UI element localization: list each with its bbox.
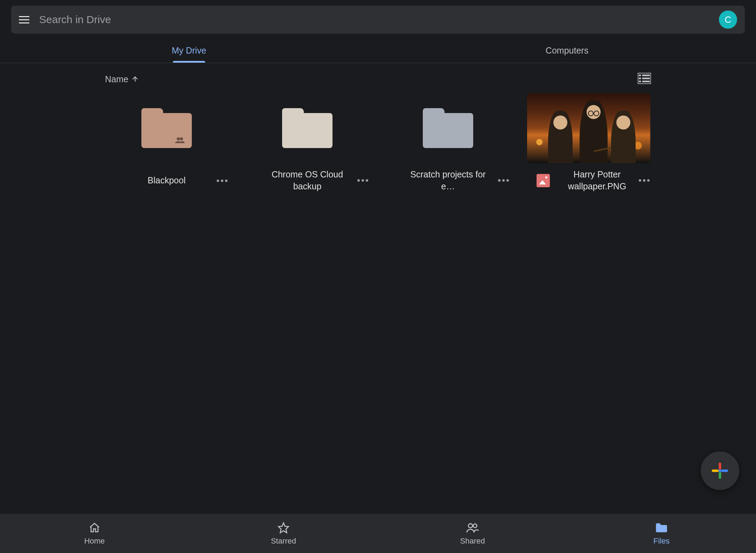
folder-item[interactable]: Blackpool <box>105 93 228 192</box>
svg-rect-1 <box>639 75 641 76</box>
folder-thumbnail <box>386 93 510 163</box>
items-grid: Blackpool Chrome OS Cloud backup <box>105 93 651 192</box>
svg-point-15 <box>468 524 472 528</box>
svg-rect-12 <box>721 470 728 472</box>
image-thumbnail <box>527 93 650 163</box>
more-icon <box>357 179 368 182</box>
nav-label: Shared <box>460 537 485 546</box>
more-icon <box>498 179 509 182</box>
more-icon <box>217 180 227 182</box>
svg-point-7 <box>177 137 180 140</box>
more-options-button[interactable] <box>636 173 652 188</box>
avatar-initial: C <box>725 14 732 25</box>
sort-row: Name <box>105 63 651 93</box>
folder-item[interactable]: Chrome OS Cloud backup <box>246 93 369 192</box>
more-icon <box>639 179 650 182</box>
file-item[interactable]: Harry Potter wallpaper.PNG <box>527 93 650 192</box>
more-options-button[interactable] <box>214 173 230 188</box>
create-fab[interactable] <box>701 451 739 490</box>
svg-rect-5 <box>639 80 641 82</box>
menu-icon[interactable] <box>19 13 31 26</box>
svg-rect-3 <box>639 78 641 79</box>
nav-home[interactable]: Home <box>0 514 189 553</box>
folder-icon <box>655 521 668 534</box>
svg-rect-13 <box>719 470 721 472</box>
star-icon <box>278 521 289 534</box>
folder-icon <box>423 108 473 148</box>
image-file-icon <box>537 174 550 187</box>
item-name: Blackpool <box>148 175 186 187</box>
folder-icon <box>282 108 332 148</box>
svg-rect-6 <box>642 80 650 82</box>
list-view-icon <box>638 73 651 84</box>
shared-icon <box>175 137 185 143</box>
more-options-button[interactable] <box>355 173 370 188</box>
sort-button[interactable]: Name <box>105 74 139 84</box>
nav-files[interactable]: Files <box>567 514 756 553</box>
home-icon <box>89 521 100 534</box>
tab-label: Computers <box>546 46 588 55</box>
item-name: Chrome OS Cloud backup <box>264 169 351 192</box>
svg-marker-14 <box>279 523 288 533</box>
more-options-button[interactable] <box>496 173 511 188</box>
folder-thumbnail <box>105 93 228 163</box>
nav-label: Files <box>653 537 670 546</box>
nav-starred[interactable]: Starred <box>189 514 378 553</box>
folder-icon <box>141 108 192 148</box>
svg-rect-9 <box>719 463 721 470</box>
nav-shared[interactable]: Shared <box>378 514 567 553</box>
nav-label: Home <box>84 537 105 546</box>
tab-label: My Drive <box>172 46 206 55</box>
tab-my-drive[interactable]: My Drive <box>0 38 378 63</box>
plus-icon <box>710 461 730 481</box>
item-label-row: Scratch projects for e… <box>386 169 510 192</box>
item-name: Harry Potter wallpaper.PNG <box>553 169 641 192</box>
search-bar: C <box>11 6 745 34</box>
tabs: My Drive Computers <box>0 38 756 63</box>
tab-computers[interactable]: Computers <box>378 38 756 63</box>
item-label-row: Harry Potter wallpaper.PNG <box>527 169 650 192</box>
svg-rect-2 <box>642 75 650 76</box>
header: C <box>0 0 756 38</box>
svg-rect-10 <box>719 472 721 479</box>
arrow-up-icon <box>131 75 139 83</box>
item-label-row: Blackpool <box>105 174 228 188</box>
account-avatar[interactable]: C <box>719 10 737 29</box>
bottom-nav: Home Starred Shared Files <box>0 514 756 553</box>
svg-point-8 <box>180 137 183 140</box>
item-label-row: Chrome OS Cloud backup <box>246 169 369 192</box>
svg-rect-11 <box>712 470 719 472</box>
folder-thumbnail <box>246 93 369 163</box>
view-toggle-list[interactable] <box>638 73 651 85</box>
content-area: Name Blackpool <box>0 63 756 192</box>
sort-field-label: Name <box>105 74 128 84</box>
shared-icon <box>466 521 479 534</box>
item-name: Scratch projects for e… <box>404 169 492 192</box>
search-input[interactable] <box>39 14 715 26</box>
folder-item[interactable]: Scratch projects for e… <box>386 93 510 192</box>
svg-rect-4 <box>642 78 650 79</box>
svg-point-16 <box>473 524 477 527</box>
nav-label: Starred <box>271 537 296 546</box>
